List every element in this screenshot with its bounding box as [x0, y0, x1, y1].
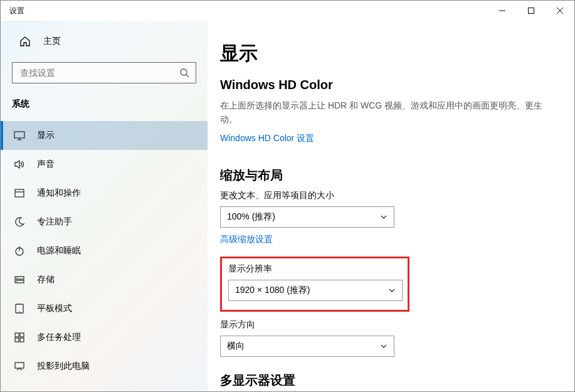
resolution-highlight: 显示分辨率 1920 × 1080 (推荐): [220, 257, 409, 312]
sidebar-item-label: 平板模式: [37, 303, 72, 314]
window-title: 设置: [9, 6, 24, 16]
sidebar-item-display[interactable]: 显示: [1, 121, 208, 150]
sidebar-item-label: 显示: [37, 130, 55, 141]
sidebar-item-storage[interactable]: 存储: [1, 265, 208, 294]
close-button[interactable]: [546, 1, 574, 21]
text-size-dropdown[interactable]: 100% (推荐): [220, 206, 394, 228]
resolution-value: 1920 × 1080 (推荐): [235, 285, 310, 296]
search-box[interactable]: [12, 62, 196, 83]
multitask-icon: [13, 332, 26, 343]
sidebar-item-sound[interactable]: 声音: [1, 150, 208, 179]
advanced-scale-link[interactable]: 高级缩放设置: [220, 234, 273, 245]
chevron-down-icon: [380, 342, 388, 350]
sidebar-item-label: 声音: [37, 159, 55, 170]
titlebar: 设置: [1, 1, 574, 21]
nav-list: 显示 声音 通知和操作: [1, 121, 208, 381]
maximize-button[interactable]: [517, 1, 546, 21]
hd-color-desc: 在上面所选择的显示器上让 HDR 和 WCG 视频、游戏和应用中的画面更明亮、更…: [220, 98, 546, 127]
svg-rect-22: [20, 338, 24, 342]
orientation-dropdown[interactable]: 横向: [220, 336, 394, 357]
hd-color-heading: Windows HD Color: [220, 78, 549, 92]
sidebar-item-focus-assist[interactable]: 专注助手: [1, 208, 208, 236]
orientation-label: 显示方向: [220, 319, 549, 331]
monitor-icon: [13, 130, 26, 141]
svg-point-4: [181, 69, 187, 75]
svg-point-15: [16, 277, 18, 278]
resolution-dropdown[interactable]: 1920 × 1080 (推荐): [228, 280, 403, 301]
svg-rect-9: [15, 189, 24, 197]
resolution-label: 显示分辨率: [228, 263, 401, 275]
sidebar-item-label: 多任务处理: [37, 332, 81, 343]
home-icon: [19, 36, 32, 47]
svg-point-16: [16, 281, 18, 282]
sidebar-item-project[interactable]: 投影到此电脑: [1, 352, 208, 381]
svg-rect-6: [14, 132, 24, 138]
sound-icon: [13, 159, 26, 170]
sidebar-item-multitasking[interactable]: 多任务处理: [1, 323, 208, 352]
page-title: 显示: [220, 41, 549, 66]
svg-rect-19: [15, 333, 19, 337]
sidebar-item-notifications[interactable]: 通知和操作: [1, 179, 208, 208]
orientation-value: 横向: [227, 341, 245, 352]
settings-window: 设置 主页: [0, 0, 575, 392]
svg-rect-23: [15, 363, 24, 368]
maximize-icon: [528, 8, 534, 14]
moon-icon: [13, 216, 26, 228]
storage-icon: [13, 274, 26, 285]
sidebar-item-label: 电源和睡眠: [37, 245, 81, 257]
svg-point-18: [19, 311, 20, 312]
sidebar-item-tablet-mode[interactable]: 平板模式: [1, 294, 208, 323]
chevron-down-icon: [388, 287, 396, 294]
svg-line-5: [186, 75, 189, 77]
svg-rect-1: [529, 8, 534, 14]
power-icon: [13, 245, 26, 257]
svg-rect-14: [15, 280, 24, 283]
svg-rect-20: [20, 333, 24, 337]
minimize-button[interactable]: [488, 1, 517, 21]
notification-icon: [13, 188, 26, 199]
hd-color-link[interactable]: Windows HD Color 设置: [220, 133, 314, 144]
main-content: 显示 Windows HD Color 在上面所选择的显示器上让 HDR 和 W…: [208, 21, 574, 391]
sidebar-item-label: 通知和操作: [37, 188, 81, 199]
text-size-label: 更改文本、应用等项目的大小: [220, 190, 549, 201]
chevron-down-icon: [380, 213, 388, 221]
sidebar-item-power-sleep[interactable]: 电源和睡眠: [1, 236, 208, 265]
scale-heading: 缩放与布局: [220, 167, 549, 184]
home-button[interactable]: 主页: [1, 29, 208, 53]
tablet-icon: [13, 303, 26, 314]
category-label: 系统: [1, 95, 208, 121]
window-body: 主页 系统 显示: [1, 21, 574, 391]
home-label: 主页: [43, 36, 61, 47]
svg-rect-21: [15, 338, 19, 342]
text-size-value: 100% (推荐): [227, 211, 275, 223]
close-icon: [557, 8, 563, 14]
search-input[interactable]: [20, 68, 179, 78]
minimize-icon: [499, 8, 505, 14]
multi-display-heading: 多显示器设置: [220, 372, 549, 389]
project-icon: [13, 361, 26, 372]
sidebar-item-label: 专注助手: [37, 216, 72, 228]
sidebar-item-label: 存储: [37, 274, 55, 285]
sidebar: 主页 系统 显示: [1, 21, 208, 391]
window-controls: [488, 1, 574, 21]
svg-rect-13: [15, 277, 24, 279]
search-icon: [179, 68, 189, 78]
sidebar-item-label: 投影到此电脑: [37, 361, 90, 372]
